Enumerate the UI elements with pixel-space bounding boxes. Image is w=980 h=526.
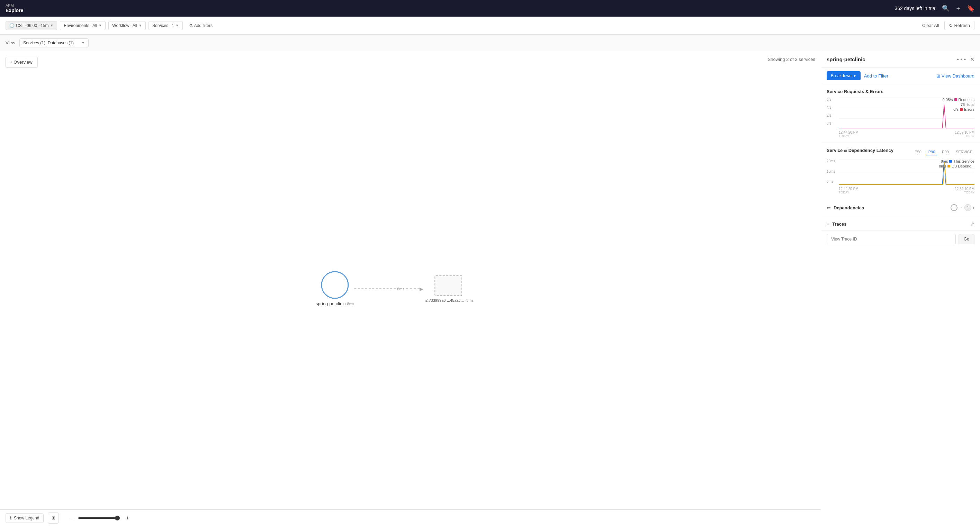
zoom-slider-thumb: [115, 516, 120, 520]
service-node-ms: 8ms: [347, 301, 355, 305]
add-filters-btn[interactable]: ⚗ Add filters: [186, 21, 216, 30]
env-caret-icon: ▼: [98, 24, 102, 27]
app-branding: APM Explore: [6, 3, 23, 13]
bookmark-icon[interactable]: 🔖: [967, 5, 974, 12]
chevron-left-icon: ‹: [11, 59, 12, 65]
latency-title: Service & Dependency Latency: [827, 148, 894, 153]
latency-x-start: 12:44:20 PM TODAY: [839, 187, 859, 194]
add-to-filter-button[interactable]: Add to Filter: [864, 73, 888, 79]
time-caret-icon: ▼: [50, 24, 54, 27]
environments-filter[interactable]: Environments : All ▼: [60, 21, 106, 30]
view-select-caret-icon: ▼: [81, 41, 85, 44]
dependencies-graph: → 1 ›: [951, 204, 974, 211]
layout-icon: ⊞: [52, 515, 56, 520]
requests-x-labels: 12:44:20 PM TODAY 12:59:10 PM TODAY: [839, 130, 974, 138]
main-area: ‹ Overview Showing 2 of 2 services sprin…: [0, 51, 980, 526]
connector-ms: 8ms: [397, 286, 404, 291]
refresh-button[interactable]: ↻ Refresh: [944, 21, 974, 30]
dependencies-section: ⇐ Dependencies → 1 ›: [821, 199, 980, 216]
app-section: Explore: [6, 8, 23, 13]
dashed-connector: [354, 288, 396, 289]
dep-expand-icon[interactable]: ›: [973, 205, 974, 210]
show-legend-label: Show Legend: [14, 516, 39, 520]
view-dashboard-button[interactable]: ⊞ View Dashboard: [936, 73, 974, 79]
dependencies-row: ⇐ Dependencies → 1 ›: [827, 204, 974, 211]
view-select-value: Services (1), Databases (1): [23, 40, 74, 45]
search-icon[interactable]: 🔍: [942, 5, 950, 12]
refresh-label: Refresh: [954, 23, 970, 28]
dashed-connector-2: [406, 288, 420, 289]
latency-y-axis: 20ms 10ms 0ms: [827, 159, 835, 183]
show-legend-button[interactable]: ℹ Show Legend: [6, 513, 44, 523]
clear-all-button[interactable]: Clear All: [922, 23, 939, 28]
layout-button[interactable]: ⊞: [48, 513, 59, 524]
dependencies-left: ⇐ Dependencies: [827, 205, 864, 210]
latency-chart-container: 8ms This Service 8ms DB Depend... 20ms: [827, 159, 974, 194]
y-10ms: 10ms: [827, 170, 835, 173]
y-20ms: 20ms: [827, 159, 835, 163]
p90-tab[interactable]: P90: [926, 149, 937, 156]
overview-label: Overview: [13, 59, 32, 65]
refresh-icon: ↻: [949, 23, 953, 28]
dependencies-title: Dependencies: [834, 205, 864, 210]
trial-text: 362 days left in trial: [894, 6, 936, 11]
traces-title: Traces: [832, 221, 846, 227]
grid-icon: ⊞: [936, 73, 940, 79]
zoom-controls: − +: [66, 513, 132, 523]
add-filters-label: Add filters: [194, 23, 213, 28]
latency-header: Service & Dependency Latency P50 P90 P99…: [827, 148, 974, 156]
info-icon: ℹ: [10, 516, 12, 520]
service-label-row: spring-petclinic 8ms: [316, 301, 354, 306]
share-icon: ⇐: [827, 205, 831, 210]
services-caret-icon: ▼: [175, 24, 179, 27]
service-node-petclinic[interactable]: spring-petclinic 8ms: [316, 271, 354, 306]
latency-chart: 20ms 10ms 0ms: [827, 159, 974, 194]
db-node-ms: 8ms: [466, 298, 474, 302]
latency-x-end: 12:59:10 PM TODAY: [955, 187, 974, 194]
arrow-icon: ▶: [420, 286, 423, 291]
overview-button[interactable]: ‹ Overview: [6, 57, 38, 67]
traces-expand-icon[interactable]: ⤢: [970, 221, 974, 227]
trace-input-row: Go: [821, 230, 980, 248]
top-nav: APM Explore 362 days left in trial 🔍 ＋ 🔖: [0, 0, 980, 17]
app-name: APM: [6, 3, 23, 8]
dep-arrow-icon: →: [959, 205, 963, 210]
breakdown-button[interactable]: Breakdown ▼: [827, 71, 861, 80]
time-filter[interactable]: 🕐 CST -06:00 -15m ▼: [6, 21, 57, 30]
p50-tab[interactable]: P50: [913, 149, 924, 156]
time-sublabel: -15m: [39, 23, 48, 28]
services-label: Services · 1: [152, 23, 174, 28]
breakdown-label: Breakdown: [831, 73, 851, 78]
list-icon: ≡: [827, 221, 829, 227]
panel-title: spring-petclinic: [827, 56, 865, 62]
y-label-4: 4/s: [827, 106, 831, 110]
latency-x-labels: 12:44:20 PM TODAY 12:59:10 PM TODAY: [839, 187, 974, 194]
services-filter[interactable]: Services · 1 ▼: [148, 21, 183, 30]
y-label-0: 0/s: [827, 121, 831, 125]
view-dashboard-label: View Dashboard: [942, 73, 974, 79]
p99-tab[interactable]: P99: [940, 149, 951, 156]
x-end-label: 12:59:10 PM TODAY: [955, 130, 974, 138]
plus-icon[interactable]: ＋: [955, 4, 961, 13]
db-node[interactable]: h2:733999a6-...45aace7f86c8 8ms: [423, 275, 474, 302]
zoom-out-button[interactable]: −: [66, 513, 75, 523]
db-rect: [435, 275, 463, 296]
workflow-filter[interactable]: Workflow : All ▼: [108, 21, 146, 30]
view-select[interactable]: Services (1), Databases (1) ▼: [19, 38, 89, 48]
traces-left: ≡ Traces: [827, 221, 846, 227]
panel-close-icon[interactable]: ✕: [970, 56, 974, 63]
service-node-label: spring-petclinic: [316, 301, 346, 306]
zoom-in-button[interactable]: +: [123, 513, 132, 523]
trace-id-input[interactable]: [827, 234, 956, 244]
service-tab[interactable]: SERVICE: [954, 149, 974, 156]
y-label-2: 2/s: [827, 113, 831, 117]
requests-chart-container: 0.08/s Requests 76 total 0/s Errors: [827, 98, 974, 138]
traces-section: ≡ Traces ⤢ Go: [821, 216, 980, 248]
top-nav-right: 362 days left in trial 🔍 ＋ 🔖: [894, 4, 974, 13]
zoom-slider[interactable]: [78, 517, 120, 519]
breakdown-caret-icon: ▼: [853, 74, 856, 78]
view-bar: View Services (1), Databases (1) ▼: [0, 35, 980, 51]
panel-more-icon[interactable]: • • •: [957, 56, 966, 63]
service-circle: [321, 271, 349, 299]
trace-go-button[interactable]: Go: [959, 234, 974, 244]
